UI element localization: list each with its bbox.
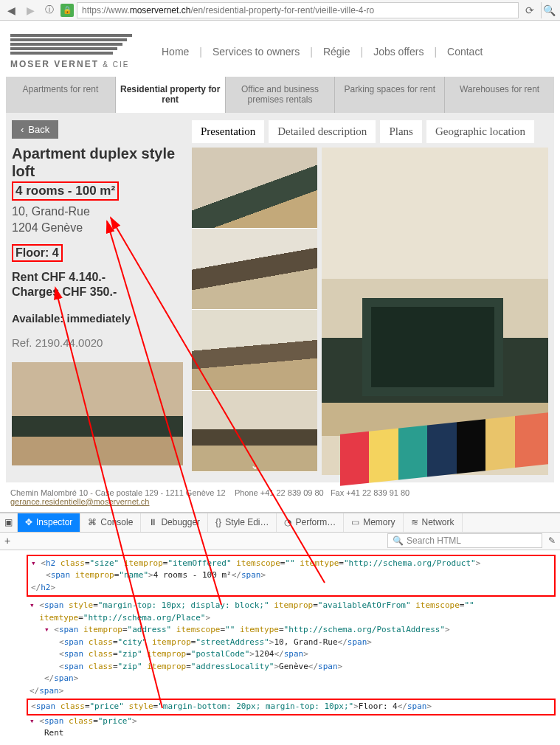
tab-geo[interactable]: Geographic location	[426, 120, 534, 143]
thumbnail[interactable]	[192, 229, 317, 310]
footer-address: Chemin Malombré 10 - Case postale 129 - …	[10, 488, 226, 497]
listing-zip-city: 1204 Genève	[12, 220, 183, 236]
devtools-tab-memory[interactable]: ▭ Memory	[344, 513, 403, 532]
devtools-tabs: ▣ ✥ Inspector ⌘ Console ⏸ Debugger {} St…	[0, 513, 560, 533]
url-host: moservernet.ch	[130, 5, 191, 15]
footer-email[interactable]: gerance.residentielle@moservernet.ch	[10, 497, 149, 506]
tab-plans[interactable]: Plans	[380, 120, 422, 143]
listing-floor: Floor: 4	[12, 244, 63, 262]
listing-charges: Charges CHF 350.-	[12, 285, 183, 299]
devtools-search[interactable]: 🔍 Search HTML	[387, 533, 542, 548]
tab-warehouses[interactable]: Warehouses for rent	[445, 77, 554, 113]
browser-chrome: ◀ ▶ ⓘ 🔒 https://www.moservernet.ch/en/re…	[0, 0, 560, 21]
back-label: Back	[28, 124, 49, 135]
logo-graphic	[10, 34, 132, 55]
listing-street: 10, Grand-Rue	[12, 204, 183, 220]
footer-phone: Phone +41 22 839 09 80	[235, 488, 324, 497]
listing-title: Apartment duplex style loft	[12, 145, 183, 180]
tab-parking[interactable]: Parking spaces for rent	[335, 77, 445, 113]
edit-icon[interactable]: ✎	[548, 536, 556, 546]
network-icon: ≋	[411, 517, 418, 527]
devtools-toolbar: + 🔍 Search HTML ✎	[0, 533, 560, 550]
listing-main: Presentation Detailed description Plans …	[192, 120, 548, 475]
gallery: ⌄	[192, 148, 548, 475]
nav-services[interactable]: Services to owners	[212, 46, 300, 58]
footer: Chemin Malombré 10 - Case postale 129 - …	[0, 482, 560, 512]
tab-presentation[interactable]: Presentation	[192, 120, 264, 143]
thumbnail[interactable]	[192, 310, 317, 391]
debugger-icon: ⏸	[148, 517, 157, 527]
back-button[interactable]: ‹ Back	[12, 120, 58, 139]
lock-icon: 🔒	[61, 4, 74, 17]
inspector-icon: ✥	[25, 517, 32, 527]
listing-content: ‹ Back Apartment duplex style loft 4 roo…	[6, 113, 554, 482]
logo-text: MOSER VERNET & CIE	[10, 59, 132, 69]
back-nav-icon[interactable]: ◀	[3, 2, 19, 18]
add-icon[interactable]: +	[4, 535, 10, 547]
main-nav: Home| Services to owners| Régie| Jobs of…	[162, 46, 483, 58]
listing-rent: Rent CHF 4.140.-	[12, 271, 183, 284]
devtools-tab-network[interactable]: ≋ Network	[404, 513, 463, 532]
nav-contact[interactable]: Contact	[447, 46, 483, 58]
nav-jobs[interactable]: Jobs offers	[373, 46, 424, 58]
chevron-down-icon[interactable]: ⌄	[250, 458, 260, 472]
category-tabs: Apartments for rent Residential property…	[6, 77, 554, 113]
search-placeholder: Search HTML	[407, 536, 461, 546]
chevron-left-icon: ‹	[21, 124, 24, 135]
forward-nav-icon[interactable]: ▶	[22, 2, 38, 18]
detail-tabs: Presentation Detailed description Plans …	[192, 120, 548, 143]
tab-office[interactable]: Office and business premises rentals	[226, 77, 336, 113]
url-path: /en/residential-property-for-rent/vieill…	[190, 5, 374, 15]
devtools-tab-inspector[interactable]: ✥ Inspector	[18, 513, 80, 532]
footer-fax: Fax +41 22 839 91 80	[331, 488, 409, 497]
nav-home[interactable]: Home	[162, 46, 189, 58]
listing-available: Available: immediately	[12, 312, 183, 325]
listing-size: 4 rooms - 100 m²	[12, 181, 119, 201]
url-prefix: https://www.	[82, 5, 130, 15]
devtools: ▣ ✥ Inspector ⌘ Console ⏸ Debugger {} St…	[0, 512, 560, 745]
devtools-tab-style[interactable]: {} Style Edi…	[208, 513, 277, 532]
rug-graphic	[340, 412, 548, 486]
info-icon[interactable]: ⓘ	[41, 2, 58, 18]
devtools-tab-console[interactable]: ⌘ Console	[80, 513, 141, 532]
gallery-main-image[interactable]	[322, 148, 548, 475]
listing-ref: Ref. 2190.44.0020	[12, 336, 183, 349]
thumbnail[interactable]	[192, 148, 317, 229]
site-header: MOSER VERNET & CIE Home| Services to own…	[0, 21, 560, 77]
style-icon: {}	[215, 517, 221, 527]
reload-icon[interactable]: ⟳	[522, 2, 538, 18]
tab-detailed[interactable]: Detailed description	[269, 120, 376, 143]
tab-apartments[interactable]: Apartments for rent	[6, 77, 116, 113]
url-bar[interactable]: https://www.moservernet.ch/en/residentia…	[77, 2, 519, 18]
thumbnail-strip: ⌄	[192, 148, 317, 475]
listing-sidebar: ‹ Back Apartment duplex style loft 4 roo…	[12, 120, 183, 475]
performance-icon: ◔	[284, 517, 291, 527]
devtools-tab-performance[interactable]: ◔ Perform…	[277, 513, 344, 532]
nav-regie[interactable]: Régie	[323, 46, 350, 58]
fireplace-graphic	[362, 298, 502, 396]
devtools-tab-debugger[interactable]: ⏸ Debugger	[141, 513, 208, 532]
tab-residential[interactable]: Residential property for rent	[116, 77, 226, 113]
logo[interactable]: MOSER VERNET & CIE	[10, 34, 132, 69]
listing-photo-main[interactable]	[12, 362, 183, 465]
devtools-close-icon[interactable]: ▣	[0, 513, 18, 532]
devtools-dom-tree[interactable]: ▾ <h2 class="size" itemprop="itemOffered…	[0, 550, 560, 745]
memory-icon: ▭	[351, 517, 359, 527]
search-icon: 🔍	[393, 536, 404, 546]
search-icon[interactable]: 🔍	[541, 2, 557, 18]
console-icon: ⌘	[88, 517, 97, 527]
